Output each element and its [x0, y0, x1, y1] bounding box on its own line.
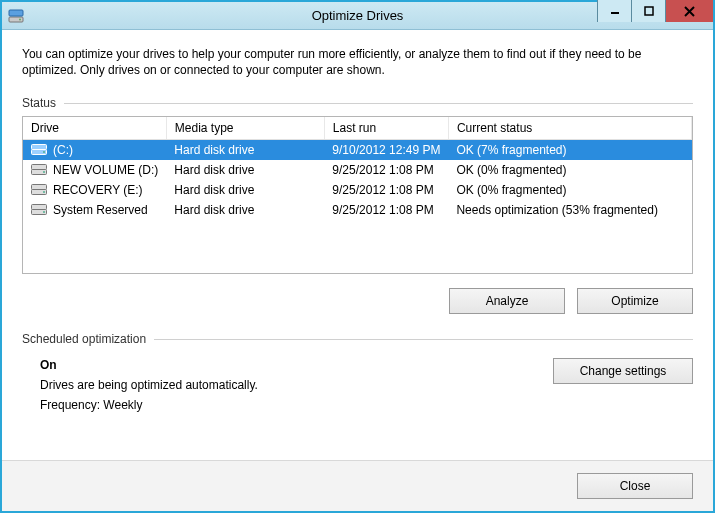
- svg-rect-1: [9, 10, 23, 16]
- media-cell: Hard disk drive: [166, 200, 324, 220]
- drive-icon: [31, 164, 47, 176]
- schedule-info: On Drives are being optimized automatica…: [40, 358, 553, 418]
- schedule-body: On Drives are being optimized automatica…: [22, 352, 693, 418]
- drive-name: System Reserved: [53, 203, 148, 217]
- table-row[interactable]: (C:)Hard disk drive9/10/2012 12:49 PMOK …: [23, 140, 692, 161]
- maximize-button[interactable]: [631, 0, 665, 22]
- window-buttons: [597, 2, 713, 29]
- analyze-button[interactable]: Analyze: [449, 288, 565, 314]
- media-cell: Hard disk drive: [166, 160, 324, 180]
- drive-cell: RECOVERY (E:): [23, 180, 166, 200]
- table-header-row: Drive Media type Last run Current status: [23, 117, 692, 140]
- status-cell: OK (0% fragmented): [448, 180, 691, 200]
- drive-icon: [31, 184, 47, 196]
- close-button[interactable]: Close: [577, 473, 693, 499]
- drive-cell: (C:): [23, 140, 166, 161]
- close-window-button[interactable]: [665, 0, 713, 22]
- minimize-button[interactable]: [597, 0, 631, 22]
- svg-point-18: [43, 211, 45, 213]
- schedule-actions: Change settings: [553, 358, 693, 418]
- svg-rect-11: [32, 165, 47, 170]
- svg-rect-8: [32, 145, 47, 150]
- status-section-label: Status: [22, 96, 693, 110]
- drives-table: Drive Media type Last run Current status…: [23, 117, 692, 220]
- col-header-status[interactable]: Current status: [448, 117, 691, 140]
- lastrun-cell: 9/10/2012 12:49 PM: [324, 140, 448, 161]
- svg-point-2: [19, 18, 21, 20]
- drive-icon: [31, 144, 47, 156]
- schedule-label-text: Scheduled optimization: [22, 332, 146, 346]
- table-row[interactable]: System ReservedHard disk drive9/25/2012 …: [23, 200, 692, 220]
- status-cell: OK (0% fragmented): [448, 160, 691, 180]
- media-cell: Hard disk drive: [166, 140, 324, 161]
- drive-cell: System Reserved: [23, 200, 166, 220]
- optimize-button[interactable]: Optimize: [577, 288, 693, 314]
- table-row[interactable]: RECOVERY (E:)Hard disk drive9/25/2012 1:…: [23, 180, 692, 200]
- svg-point-15: [43, 191, 45, 193]
- drives-table-wrap: Drive Media type Last run Current status…: [22, 116, 693, 274]
- lastrun-cell: 9/25/2012 1:08 PM: [324, 200, 448, 220]
- intro-text: You can optimize your drives to help you…: [22, 46, 693, 78]
- svg-rect-4: [645, 7, 653, 15]
- col-header-media[interactable]: Media type: [166, 117, 324, 140]
- status-cell: Needs optimization (53% fragmented): [448, 200, 691, 220]
- lastrun-cell: 9/25/2012 1:08 PM: [324, 180, 448, 200]
- optimize-drives-window: Optimize Drives You can optimize your dr…: [0, 0, 715, 513]
- schedule-desc: Drives are being optimized automatically…: [40, 378, 553, 392]
- drive-cell: NEW VOLUME (D:): [23, 160, 166, 180]
- svg-point-12: [43, 171, 45, 173]
- drive-name: (C:): [53, 143, 73, 157]
- change-settings-button[interactable]: Change settings: [553, 358, 693, 384]
- table-row[interactable]: NEW VOLUME (D:)Hard disk drive9/25/2012 …: [23, 160, 692, 180]
- lastrun-cell: 9/25/2012 1:08 PM: [324, 160, 448, 180]
- divider: [64, 103, 693, 104]
- schedule-section-label: Scheduled optimization: [22, 332, 693, 346]
- col-header-last[interactable]: Last run: [324, 117, 448, 140]
- status-cell: OK (7% fragmented): [448, 140, 691, 161]
- schedule-state: On: [40, 358, 553, 372]
- col-header-drive[interactable]: Drive: [23, 117, 166, 140]
- content-area: You can optimize your drives to help you…: [2, 30, 713, 511]
- drive-icon: [31, 204, 47, 216]
- action-button-row: Analyze Optimize: [22, 288, 693, 314]
- status-label-text: Status: [22, 96, 56, 110]
- drive-name: NEW VOLUME (D:): [53, 163, 158, 177]
- schedule-freq: Frequency: Weekly: [40, 398, 553, 412]
- svg-rect-14: [32, 185, 47, 190]
- bottom-bar: Close: [2, 460, 713, 511]
- titlebar: Optimize Drives: [2, 2, 713, 30]
- svg-rect-17: [32, 205, 47, 210]
- app-icon: [8, 8, 24, 24]
- divider: [154, 339, 693, 340]
- svg-point-9: [43, 151, 45, 153]
- drive-name: RECOVERY (E:): [53, 183, 143, 197]
- media-cell: Hard disk drive: [166, 180, 324, 200]
